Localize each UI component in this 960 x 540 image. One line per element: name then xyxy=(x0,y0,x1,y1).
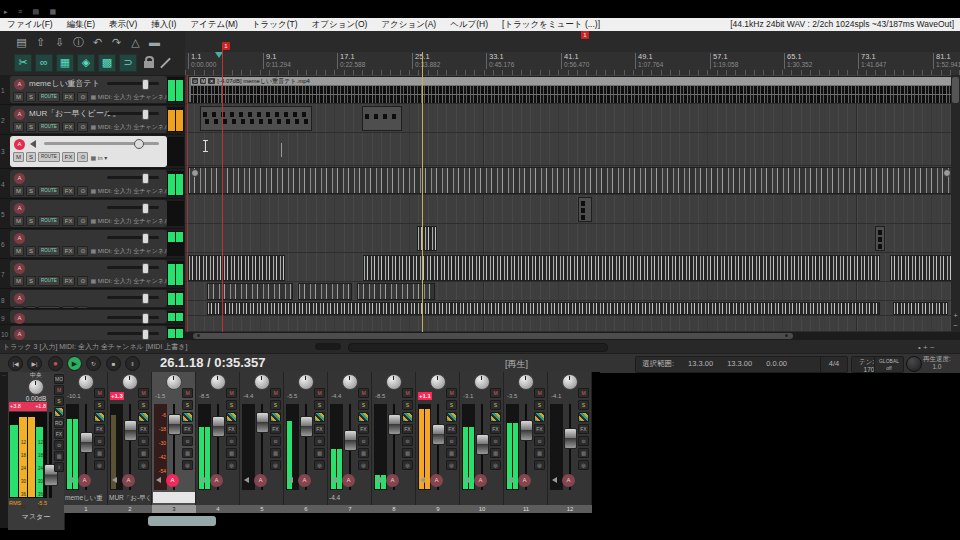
speaker-icon[interactable] xyxy=(112,477,117,483)
env-icon[interactable]: ▥ xyxy=(446,448,457,458)
peak-value[interactable]: +1.1 xyxy=(418,392,432,400)
record-arm-button[interactable]: A xyxy=(430,474,443,487)
record-arm-button[interactable]: A xyxy=(14,173,25,184)
channel-number[interactable]: 10 xyxy=(460,505,504,513)
go-to-end-button[interactable]: ▶| xyxy=(27,356,42,371)
volume-knob[interactable] xyxy=(142,233,149,244)
zoom-out-icon[interactable]: − xyxy=(951,321,960,330)
record-arm-button[interactable]: A xyxy=(562,474,575,487)
global-automation-button[interactable]: GLOBAL off xyxy=(874,356,904,373)
route-stripes-icon[interactable] xyxy=(578,412,589,422)
record-arm-button[interactable]: A xyxy=(14,263,25,274)
play-button[interactable]: ▶ xyxy=(67,356,82,371)
track-volume-slider[interactable] xyxy=(44,142,159,145)
docker-icon[interactable]: ▬ xyxy=(147,35,162,50)
snap-toggle-icon[interactable]: ⊃ xyxy=(119,54,137,72)
solo-button[interactable]: S xyxy=(26,152,36,162)
fader-knob[interactable] xyxy=(80,432,93,453)
master-pan-knob[interactable] xyxy=(28,379,44,395)
midi-item-track5[interactable] xyxy=(578,197,592,222)
channel-name[interactable] xyxy=(197,492,239,503)
mixer-channel[interactable]: -4.4 M S FX ⊙ ▥ ◎ A xyxy=(240,372,284,513)
menu-edit[interactable]: 編集(E) xyxy=(60,18,102,31)
channel-number[interactable]: 7 xyxy=(328,505,372,513)
fx-bypass-icon[interactable]: ⊙ xyxy=(77,152,88,162)
fx-button[interactable]: FX xyxy=(182,424,193,434)
speaker-icon[interactable] xyxy=(244,477,249,483)
peak-value[interactable]: -4.4 xyxy=(330,392,342,400)
fx-bypass-icon[interactable]: ⊙ xyxy=(138,436,149,446)
mute-button[interactable]: M xyxy=(578,388,589,398)
fader-knob[interactable] xyxy=(168,414,181,435)
fx-button[interactable]: FX xyxy=(138,424,149,434)
fx-button[interactable]: FX xyxy=(94,424,105,434)
channel-number[interactable]: 11 xyxy=(504,505,548,513)
channel-name[interactable] xyxy=(505,492,547,503)
track-control-panel[interactable]: A M S ROUTE FX ⊙ ▦ MIDI: 全入力 全チャンネル ▾ xyxy=(10,200,167,227)
lock-icon[interactable] xyxy=(144,61,154,68)
fx-bypass-icon[interactable]: ⊙ xyxy=(77,276,88,286)
new-project-icon[interactable]: ▤ xyxy=(14,35,29,50)
env-icon[interactable]: ▥ xyxy=(402,448,413,458)
track-volume-slider[interactable] xyxy=(107,316,159,319)
hscroll-handle-left[interactable] xyxy=(197,334,200,337)
arrange-track-lane[interactable] xyxy=(185,133,960,166)
playhead[interactable] xyxy=(422,52,423,332)
mute-button[interactable]: M xyxy=(358,388,369,398)
route-button[interactable]: ROUTE xyxy=(38,186,60,196)
fx-button[interactable]: FX xyxy=(62,276,76,286)
menu-insert[interactable]: 挿入(I) xyxy=(144,18,183,31)
global-mode[interactable]: off xyxy=(875,365,903,372)
audio-item-track4[interactable] xyxy=(188,167,954,194)
fx-button[interactable]: FX xyxy=(62,122,76,132)
mute-button[interactable]: M xyxy=(138,388,149,398)
window-menu-icon[interactable]: ≡ xyxy=(18,8,22,15)
solo-button[interactable]: S xyxy=(94,400,105,410)
fade-in-handle[interactable] xyxy=(191,169,199,177)
solo-button[interactable]: S xyxy=(402,400,413,410)
fx-button[interactable]: FX xyxy=(226,424,237,434)
route-stripes-icon[interactable] xyxy=(94,412,105,422)
track-name[interactable] xyxy=(29,233,119,243)
master-info-button[interactable]: i xyxy=(54,462,64,472)
solo-button[interactable]: S xyxy=(446,400,457,410)
track-name[interactable] xyxy=(29,263,119,273)
pan-knob[interactable] xyxy=(474,374,490,390)
channel-number[interactable]: 1 xyxy=(64,505,108,513)
track-name[interactable] xyxy=(29,313,119,323)
record-arm-button[interactable]: A xyxy=(298,474,311,487)
track-row[interactable]: 4 A M S ROUTE FX ⊙ ▦ MIDI: 全入力 全チャンネル ▾ xyxy=(0,169,185,199)
time-signature-box[interactable]: 4/4 xyxy=(820,356,848,373)
timeline-ruler[interactable]: 1.1 0:00.000 9.1 0:11.294 17.1 0:22.588 … xyxy=(185,52,960,76)
env-icon[interactable]: ▥ xyxy=(358,448,369,458)
menu-extra-mute-track[interactable]: [トラックをミュート (...)] xyxy=(495,18,607,31)
mixer-channel[interactable]: -4.1 M S FX ⊙ ▥ ◎ A xyxy=(548,372,592,513)
track-name[interactable] xyxy=(29,173,119,183)
fx-bypass-icon[interactable]: ⊙ xyxy=(77,186,88,196)
audio-item-track8a[interactable] xyxy=(207,283,293,300)
route-stripes-icon[interactable] xyxy=(314,412,325,422)
mixer-channel[interactable]: -1.5 -6 -18 -30 -42 -54 M S FX ⊙ ▥ ◎ xyxy=(152,372,196,513)
env-icon[interactable]: ▥ xyxy=(226,448,237,458)
track-control-panel[interactable]: A M S ROUTE FX ⊙ ▦ MIDI: 全入力 全チャンネル ▾ xyxy=(10,326,167,340)
transport-time[interactable]: 26.1.18 / 0:35.357 xyxy=(160,355,266,370)
mute-button[interactable]: M xyxy=(13,186,24,196)
env-icon[interactable]: ▥ xyxy=(534,448,545,458)
track-row[interactable]: 2 A MUR「お一早くビール』 M S ROUTE FX ⊙ ▦ MIDI: … xyxy=(0,105,185,135)
master-peak-values[interactable]: +3.8 +1.8 xyxy=(9,402,47,411)
fx-bypass-icon[interactable]: ⊙ xyxy=(314,436,325,446)
record-arm-button[interactable]: A xyxy=(210,474,223,487)
channel-name[interactable] xyxy=(417,492,459,503)
peak-value[interactable]: -8.5 xyxy=(198,392,210,400)
pan-knob[interactable] xyxy=(78,374,94,390)
selection-end[interactable]: 13.3.00 xyxy=(727,357,752,372)
volume-knob[interactable] xyxy=(142,329,149,340)
fx-bypass-icon[interactable]: ⊙ xyxy=(534,436,545,446)
volume-knob[interactable] xyxy=(142,173,149,184)
menu-actions[interactable]: アクション(A) xyxy=(374,18,443,31)
peak-value[interactable]: -3.1 xyxy=(462,392,474,400)
route-stripes-icon[interactable] xyxy=(138,412,149,422)
pan-knob[interactable] xyxy=(386,374,402,390)
fx-button[interactable]: FX xyxy=(578,424,589,434)
solo-button[interactable]: S xyxy=(314,400,325,410)
